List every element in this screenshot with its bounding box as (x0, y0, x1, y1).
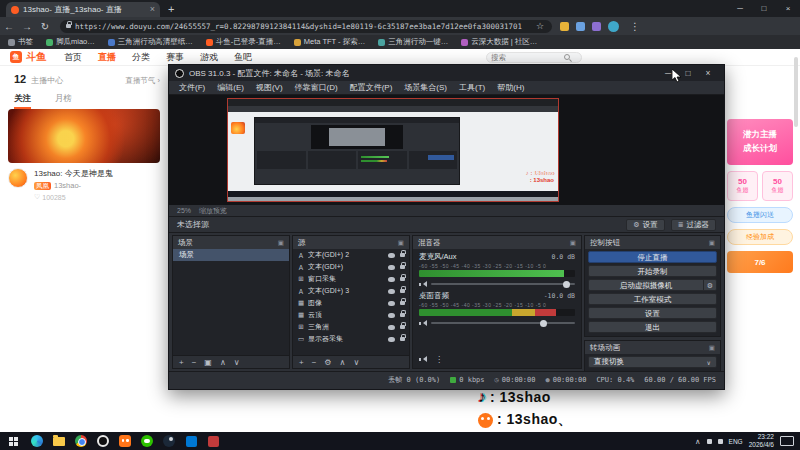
obs-preview-canvas[interactable]: ♪ : 13shao : 13shao (169, 95, 724, 205)
obs-titlebar[interactable]: OBS 31.0.3 - 配置文件: 未命名 - 场景: 未命名 ─ □ × (169, 65, 724, 81)
notification-center-icon[interactable] (780, 436, 794, 446)
site-search[interactable] (486, 52, 582, 63)
nav-live[interactable]: 直播 (98, 51, 116, 64)
mixer-menu-icon[interactable]: ⋮ (435, 353, 443, 366)
visibility-eye-icon[interactable] (388, 313, 395, 318)
stream-thumbnail[interactable] (8, 109, 160, 163)
volume-slider[interactable] (431, 283, 575, 285)
browser-minimize-icon[interactable]: ─ (728, 0, 752, 17)
mixer-audio-icon[interactable] (419, 356, 427, 363)
move-scene-down-icon[interactable]: ∨ (234, 356, 240, 369)
studio-mode-button[interactable]: 工作室模式 (588, 293, 717, 305)
obs-close-icon[interactable]: × (698, 65, 718, 81)
menu-file[interactable]: 文件(F) (173, 82, 211, 93)
new-tab-button[interactable]: + (168, 3, 174, 15)
douyu-logo-text[interactable]: 斗鱼 (26, 50, 46, 64)
visibility-eye-icon[interactable] (388, 253, 395, 258)
virtual-camera-config-icon[interactable]: ⚙ (703, 280, 716, 290)
taskbar-app-blue[interactable] (180, 432, 202, 450)
controls-panel-header[interactable]: 控制按钮 ▣ (585, 236, 720, 249)
source-settings-button[interactable]: ⚙ 设置 (626, 219, 664, 231)
popout-icon[interactable]: ▣ (709, 239, 715, 247)
popout-icon[interactable]: ▣ (278, 239, 284, 247)
popout-icon[interactable]: ▣ (570, 239, 576, 247)
tray-expand-icon[interactable]: ∧ (695, 437, 701, 446)
move-source-down-icon[interactable]: ∨ (353, 356, 359, 369)
start-button[interactable] (0, 432, 26, 450)
settings-button[interactable]: 设置 (588, 307, 717, 319)
extension-icon[interactable] (592, 22, 601, 31)
lock-icon[interactable] (400, 301, 405, 305)
growth-plan-banner[interactable]: 潜力主播 成长计划 (727, 119, 793, 165)
tab-monthly[interactable]: 月榜 (55, 93, 72, 109)
lock-icon[interactable] (400, 325, 405, 329)
visibility-eye-icon[interactable] (388, 337, 395, 342)
bookmark-item[interactable]: 三角洲行动一键… (378, 37, 448, 47)
remove-source-icon[interactable]: − (312, 356, 317, 369)
taskbar-steam[interactable] (158, 432, 180, 450)
lock-icon[interactable] (400, 253, 405, 257)
bookmark-star-icon[interactable]: ☆ (534, 21, 546, 31)
taskbar-file-explorer[interactable] (48, 432, 70, 450)
url-field[interactable]: https://www.douyu.com/24655557_r=0.82298… (60, 20, 552, 33)
lock-icon[interactable] (400, 265, 405, 269)
taskbar-obs[interactable] (92, 432, 114, 450)
scenes-panel-header[interactable]: 场景 ▣ (173, 236, 289, 249)
page-scrollbar[interactable] (794, 57, 798, 127)
volume-slider[interactable] (431, 322, 575, 324)
taskbar-game[interactable] (202, 432, 224, 450)
obs-window[interactable]: OBS 31.0.3 - 配置文件: 未命名 - 场景: 未命名 ─ □ × 文… (168, 64, 725, 390)
scene-filters-icon[interactable]: ▣ (204, 356, 212, 369)
bookmark-item[interactable]: 三角洲行动高清壁纸… (108, 37, 193, 47)
streamer-name[interactable]: 13shao- (54, 181, 81, 190)
move-source-up-icon[interactable]: ∧ (340, 356, 346, 369)
menu-profile[interactable]: 配置文件(P) (344, 82, 399, 93)
source-filters-button[interactable]: ≣ 过滤器 (671, 219, 716, 231)
menu-docks[interactable]: 停靠窗口(D) (289, 82, 344, 93)
source-row[interactable]: A 文本(GDI+) 3 (293, 285, 409, 297)
source-row[interactable]: ▦ 图像 (293, 297, 409, 309)
menu-view[interactable]: 视图(V) (250, 82, 289, 93)
browser-maximize-icon[interactable]: □ (752, 0, 776, 17)
visibility-eye-icon[interactable] (388, 325, 395, 330)
stop-streaming-button[interactable]: 停止直播 (588, 251, 717, 263)
menu-scene-collection[interactable]: 场景集合(S) (398, 82, 453, 93)
nav-yuba[interactable]: 鱼吧 (234, 51, 252, 64)
transitions-panel-header[interactable]: 转场动画 ▣ (585, 341, 720, 354)
reward-chip[interactable]: 50 鱼翅 (727, 171, 758, 201)
bookmark-item[interactable]: 脚瓜miao… (46, 37, 95, 47)
transition-select[interactable]: 直接切换 ∨ (588, 356, 717, 368)
taskbar-douyu[interactable] (114, 432, 136, 450)
bookmark-item[interactable]: 云深大数据 | 社区… (461, 37, 537, 47)
stream-title[interactable]: 13shao: 今天是神是鬼 (34, 168, 160, 179)
source-row[interactable]: ⊞ 三角洲 (293, 321, 409, 333)
add-source-icon[interactable]: + (299, 356, 304, 369)
douyu-logo-icon[interactable]: 鱼 (10, 51, 22, 63)
visibility-eye-icon[interactable] (388, 277, 395, 282)
back-icon[interactable]: ← (0, 21, 18, 32)
source-properties-icon[interactable]: ⚙ (324, 356, 331, 369)
tab-follow[interactable]: 关注 (14, 93, 31, 109)
nav-home[interactable]: 首页 (64, 51, 82, 64)
source-row[interactable]: ⊞ 窗口采集 (293, 273, 409, 285)
start-virtual-camera-button[interactable]: 启动虚拟摄像机 ⚙ (588, 279, 717, 291)
source-row[interactable]: A 文本(GDI+) 2 (293, 249, 409, 261)
visibility-eye-icon[interactable] (388, 301, 395, 306)
browser-tab[interactable]: 13shao- 直播_13shao- 直播 × (6, 2, 160, 17)
volume-slider-knob[interactable] (540, 320, 547, 327)
nav-categories[interactable]: 分类 (132, 51, 150, 64)
mixer-panel-header[interactable]: 混音器 ▣ (413, 236, 581, 249)
bookmark-item[interactable]: 书签 (8, 37, 33, 47)
streamer-avatar[interactable] (8, 168, 28, 188)
lock-icon[interactable] (400, 289, 405, 293)
bookmark-item[interactable]: 斗鱼-已登录-直播… (206, 37, 281, 47)
sources-panel-header[interactable]: 源 ▣ (293, 236, 409, 249)
menu-tools[interactable]: 工具(T) (453, 82, 491, 93)
tab-close-icon[interactable]: × (150, 5, 155, 14)
menu-help[interactable]: 帮助(H) (491, 82, 530, 93)
nav-esports[interactable]: 赛事 (166, 51, 184, 64)
source-row[interactable]: ▭ 显示器采集 (293, 333, 409, 345)
extension-icon[interactable] (560, 22, 569, 31)
lock-icon[interactable] (400, 337, 405, 341)
exit-button[interactable]: 退出 (588, 321, 717, 333)
